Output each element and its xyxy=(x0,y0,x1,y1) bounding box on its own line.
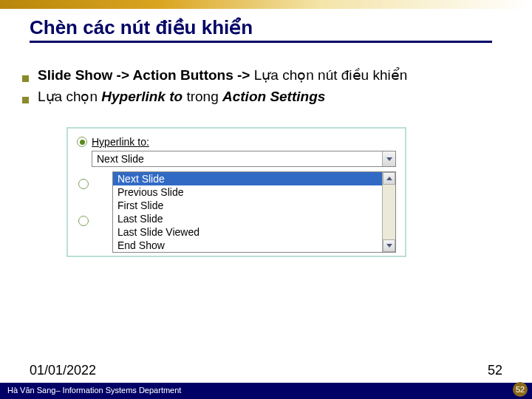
action-settings-dialog: Hyperlink to: Next Slide Next Slide Prev… xyxy=(66,127,406,257)
bullet-icon xyxy=(22,75,29,82)
chevron-down-icon xyxy=(386,244,392,248)
scrollbar[interactable] xyxy=(382,172,395,252)
chevron-down-icon xyxy=(386,157,392,161)
scroll-down-button[interactable] xyxy=(383,239,395,252)
list-item[interactable]: End Show xyxy=(113,239,382,252)
list-item: Slide Show -> Action Buttons -> Lựa chọn… xyxy=(22,66,510,83)
hyperlink-combo[interactable]: Next Slide xyxy=(92,151,396,167)
footer-page: 52 xyxy=(488,363,502,378)
radio-unselected-icon[interactable] xyxy=(78,179,89,189)
slide-number-badge: 52 xyxy=(513,382,528,397)
radio-selected-icon[interactable] xyxy=(77,137,87,147)
list-item[interactable]: Last Slide Viewed xyxy=(113,225,382,239)
list-item: Lựa chọn Hyperlink to trong Action Setti… xyxy=(22,88,510,105)
credit-text: Hà Văn Sang– Information Systems Departm… xyxy=(7,386,181,395)
list-item[interactable]: Next Slide xyxy=(113,172,382,185)
list-item[interactable]: First Slide xyxy=(113,199,382,212)
hyperlink-to-label: Hyperlink to: xyxy=(92,136,149,148)
bullet-icon xyxy=(22,97,29,103)
footer-date: 01/01/2022 xyxy=(30,363,96,378)
bullet-list: Slide Show -> Action Buttons -> Lựa chọn… xyxy=(22,66,510,105)
radio-unselected-icon[interactable] xyxy=(78,216,89,226)
combo-dropdown-button[interactable] xyxy=(382,151,395,166)
list-item[interactable]: Last Slide xyxy=(113,212,382,225)
footer-meta: 01/01/2022 52 xyxy=(30,363,502,378)
hyperlink-radio-row[interactable]: Hyperlink to: xyxy=(77,136,396,148)
hyperlink-listbox[interactable]: Next Slide Previous Slide First Slide La… xyxy=(112,171,396,253)
title-container: Chèn các nút điều khiển xyxy=(0,9,532,44)
chevron-up-icon xyxy=(386,177,392,180)
bullet-text: Lựa chọn Hyperlink to trong Action Setti… xyxy=(38,88,325,105)
combo-value: Next Slide xyxy=(92,151,382,166)
slide-title: Chèn các nút điều khiển xyxy=(30,16,492,43)
scroll-up-button[interactable] xyxy=(383,172,395,185)
bullet-text: Slide Show -> Action Buttons -> Lựa chọn… xyxy=(38,66,407,83)
listbox-items: Next Slide Previous Slide First Slide La… xyxy=(113,172,382,252)
slide-content: Slide Show -> Action Buttons -> Lựa chọn… xyxy=(0,44,532,265)
bottom-credit-bar: Hà Văn Sang– Information Systems Departm… xyxy=(0,383,532,399)
decorative-gradient-bar xyxy=(0,0,532,9)
list-item[interactable]: Previous Slide xyxy=(113,185,382,199)
